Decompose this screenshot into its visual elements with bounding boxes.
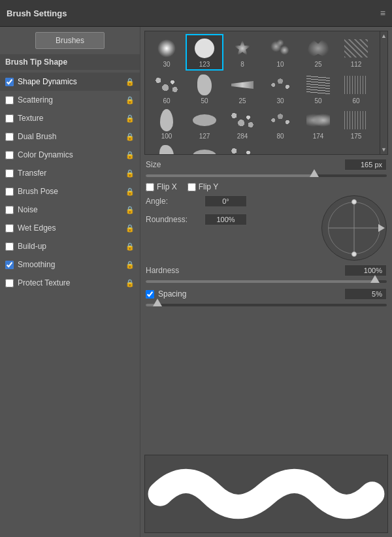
spacing-slider-container[interactable]: [146, 304, 387, 306]
label-brush-pose: Brush Pose: [18, 187, 123, 196]
checkbox-scattering[interactable]: [5, 96, 14, 105]
settings-item-build-up[interactable]: Build-up 🔒: [0, 237, 140, 255]
brush-preview-100: [155, 108, 178, 132]
brushes-button[interactable]: Brushes: [35, 32, 105, 49]
spacing-input[interactable]: [344, 288, 387, 300]
size-slider-thumb[interactable]: [310, 169, 319, 177]
brush-item-30[interactable]: 30: [148, 35, 186, 69]
title-bar: Brush Settings ≡: [0, 0, 392, 27]
right-panel: 30 123 8 10: [140, 27, 392, 537]
brush-preview-r4c: [231, 144, 254, 155]
brush-item-80[interactable]: 80: [261, 107, 299, 141]
brush-item-175[interactable]: 175: [337, 107, 375, 141]
label-texture: Texture: [18, 114, 123, 123]
brush-item-30b[interactable]: 30: [261, 72, 299, 106]
flip-y-checkbox[interactable]: [188, 183, 196, 191]
settings-item-dual-brush[interactable]: Dual Brush 🔒: [0, 127, 140, 146]
checkbox-protect-texture[interactable]: [5, 279, 14, 287]
checkbox-build-up[interactable]: [5, 242, 14, 251]
size-slider-container[interactable]: [146, 174, 387, 177]
spacing-checkbox[interactable]: [146, 290, 154, 299]
brush-item-60[interactable]: 60: [148, 72, 186, 106]
angle-input[interactable]: [204, 195, 247, 207]
brush-item-r4b[interactable]: [186, 142, 223, 155]
settings-item-shape-dynamics[interactable]: Shape Dynamics 🔒: [0, 73, 140, 91]
flip-x-item[interactable]: Flip X: [146, 182, 177, 191]
brush-item-25[interactable]: 25: [299, 35, 337, 69]
roundness-row: Roundness:: [146, 214, 315, 225]
angle-row: Angle:: [146, 195, 315, 207]
brush-item-174[interactable]: 174: [299, 107, 337, 141]
spacing-slider-thumb[interactable]: [153, 299, 162, 306]
brush-stroke-svg: [145, 455, 387, 532]
lock-icon-scattering: 🔒: [125, 96, 135, 105]
brush-item-r4c[interactable]: [223, 142, 261, 155]
brush-preview-50b: [306, 73, 330, 97]
checkbox-wet-edges[interactable]: [5, 224, 14, 233]
brush-item-100[interactable]: 100: [148, 107, 186, 141]
roundness-label: Roundness:: [146, 215, 204, 224]
brush-item-25b[interactable]: 25: [223, 72, 261, 106]
checkbox-transfer[interactable]: [5, 169, 14, 178]
hardness-slider-container[interactable]: [146, 280, 387, 283]
control-point-bottom[interactable]: [351, 252, 357, 257]
brush-grid[interactable]: 30 123 8 10: [144, 31, 388, 155]
brush-row-2: 60 50 25 30: [148, 72, 385, 106]
settings-item-smoothing[interactable]: Smoothing 🔒: [0, 255, 140, 274]
checkbox-dual-brush[interactable]: [5, 133, 14, 141]
checkbox-noise[interactable]: [5, 206, 14, 214]
settings-item-transfer[interactable]: Transfer 🔒: [0, 164, 140, 182]
roundness-input[interactable]: [204, 214, 247, 225]
brush-tip-shape-header: Brush Tip Shape: [0, 54, 140, 70]
brush-item-127[interactable]: 127: [186, 107, 223, 141]
brush-item-112[interactable]: 112: [337, 35, 375, 69]
brush-grid-scrollbar[interactable]: ▲ ▼: [380, 31, 387, 154]
settings-item-color-dynamics[interactable]: Color Dynamics 🔒: [0, 146, 140, 164]
checkbox-shape-dynamics[interactable]: [5, 78, 14, 86]
scroll-up-arrow[interactable]: ▲: [381, 33, 387, 39]
hardness-row: Hardness: [146, 265, 387, 276]
brush-angle-widget[interactable]: [321, 195, 387, 261]
settings-list: Shape Dynamics 🔒 Scattering 🔒 Texture 🔒 …: [0, 73, 140, 532]
size-label: Size: [146, 160, 204, 169]
brush-item-50[interactable]: 50: [186, 72, 223, 106]
brush-preview-112: [344, 37, 368, 60]
hardness-slider-fill: [146, 280, 375, 283]
angle-label: Angle:: [146, 197, 204, 206]
brush-num-25: 25: [314, 61, 321, 68]
hardness-slider-thumb[interactable]: [370, 275, 380, 283]
brush-item-284[interactable]: 284: [223, 107, 261, 141]
window-title: Brush Settings: [7, 8, 67, 18]
hardness-input[interactable]: [344, 265, 387, 276]
brush-row-3: 100 127 284: [148, 107, 385, 141]
flip-y-item[interactable]: Flip Y: [188, 182, 218, 191]
settings-item-noise[interactable]: Noise 🔒: [0, 201, 140, 219]
brush-preview-60b: [344, 73, 368, 97]
checkbox-color-dynamics[interactable]: [5, 151, 14, 159]
checkbox-smoothing[interactable]: [5, 261, 14, 269]
checkbox-texture[interactable]: [5, 114, 14, 123]
settings-item-brush-pose[interactable]: Brush Pose 🔒: [0, 182, 140, 201]
checkbox-brush-pose[interactable]: [5, 187, 14, 196]
brush-item-50b[interactable]: 50: [299, 72, 337, 106]
flip-x-checkbox[interactable]: [146, 183, 154, 191]
lock-icon-noise: 🔒: [125, 206, 135, 214]
settings-item-texture[interactable]: Texture 🔒: [0, 109, 140, 127]
brush-item-123[interactable]: 123: [186, 34, 223, 71]
lock-icon-protect-texture: 🔒: [125, 279, 135, 287]
settings-item-scattering[interactable]: Scattering 🔒: [0, 91, 140, 109]
brush-item-8[interactable]: 8: [223, 35, 261, 69]
menu-icon[interactable]: ≡: [380, 8, 385, 18]
settings-item-wet-edges[interactable]: Wet Edges 🔒: [0, 219, 140, 237]
brush-item-60b[interactable]: 60: [337, 72, 375, 106]
brush-preview-60: [155, 73, 178, 97]
label-wet-edges: Wet Edges: [18, 223, 123, 233]
size-value-input[interactable]: [344, 159, 387, 171]
scroll-down-arrow[interactable]: ▼: [381, 146, 387, 153]
brush-num-25b: 25: [238, 97, 246, 105]
brush-item-10[interactable]: 10: [261, 35, 299, 69]
control-point-right[interactable]: [378, 224, 385, 232]
control-point-top[interactable]: [351, 199, 357, 204]
brush-item-r4a[interactable]: [148, 142, 186, 155]
settings-item-protect-texture[interactable]: Protect Texture 🔒: [0, 274, 140, 292]
